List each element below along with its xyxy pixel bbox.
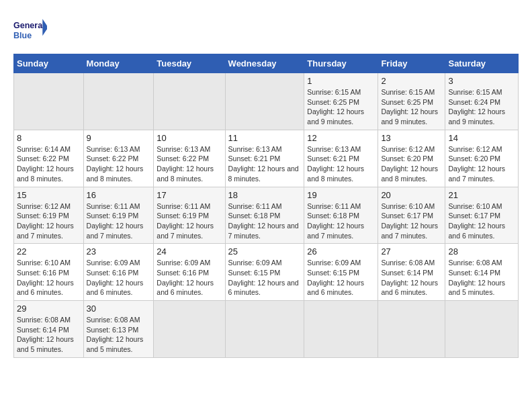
- day-number: 14: [448, 133, 515, 143]
- sunset-text: Sunset: 6:14 PM: [448, 269, 500, 277]
- daylight-text: Daylight: 12 hours and 6 minutes.: [448, 222, 505, 240]
- sunrise-text: Sunrise: 6:12 AM: [448, 145, 502, 153]
- sunrise-text: Sunrise: 6:13 AM: [157, 145, 210, 153]
- day-number: 1: [307, 76, 375, 86]
- day-cell-13: 13 Sunrise: 6:12 AM Sunset: 6:20 PM Dayl…: [378, 130, 445, 187]
- day-number: 3: [448, 76, 515, 86]
- sunset-text: Sunset: 6:20 PM: [448, 154, 500, 163]
- weekday-header-thursday: Thursday: [304, 54, 378, 73]
- daylight-text: Daylight: 12 hours and 7 minutes.: [17, 222, 74, 240]
- empty-cell: [154, 301, 225, 358]
- day-info: Sunrise: 6:10 AM Sunset: 6:17 PM Dayligh…: [381, 201, 442, 241]
- day-number: 11: [228, 133, 302, 143]
- logo-svg: General Blue: [13, 13, 47, 47]
- day-cell-14: 14 Sunrise: 6:12 AM Sunset: 6:20 PM Dayl…: [445, 130, 519, 187]
- day-info: Sunrise: 6:12 AM Sunset: 6:19 PM Dayligh…: [17, 201, 81, 241]
- day-number: 26: [307, 246, 375, 257]
- daylight-text: Daylight: 12 hours and 7 minutes.: [87, 222, 144, 240]
- day-number: 22: [17, 246, 81, 257]
- weekday-header-wednesday: Wednesday: [225, 54, 304, 73]
- day-cell-16: 16 Sunrise: 6:11 AM Sunset: 6:19 PM Dayl…: [83, 187, 154, 244]
- day-cell-2: 2 Sunrise: 6:15 AM Sunset: 6:25 PM Dayli…: [378, 73, 445, 130]
- day-cell-21: 21 Sunrise: 6:10 AM Sunset: 6:17 PM Dayl…: [445, 187, 519, 244]
- svg-text:Blue: Blue: [13, 32, 32, 41]
- day-number: 8: [17, 133, 81, 143]
- sunset-text: Sunset: 6:18 PM: [228, 212, 281, 220]
- daylight-text: Daylight: 12 hours and 7 minutes.: [228, 222, 299, 240]
- day-info: Sunrise: 6:11 AM Sunset: 6:19 PM Dayligh…: [87, 201, 151, 241]
- day-cell-25: 25 Sunrise: 6:09 AM Sunset: 6:15 PM Dayl…: [225, 244, 304, 301]
- day-number: 23: [87, 246, 151, 257]
- sunrise-text: Sunrise: 6:11 AM: [157, 202, 210, 210]
- weekday-header-sunday: Sunday: [14, 54, 84, 73]
- day-number: 27: [381, 246, 442, 257]
- daylight-text: Daylight: 12 hours and 7 minutes.: [448, 165, 505, 183]
- sunrise-text: Sunrise: 6:11 AM: [228, 202, 282, 210]
- svg-marker-2: [42, 19, 47, 36]
- day-info: Sunrise: 6:11 AM Sunset: 6:19 PM Dayligh…: [157, 201, 222, 241]
- day-info: Sunrise: 6:15 AM Sunset: 6:25 PM Dayligh…: [381, 87, 442, 127]
- sunset-text: Sunset: 6:19 PM: [87, 212, 139, 220]
- sunrise-text: Sunrise: 6:08 AM: [87, 316, 140, 324]
- sunrise-text: Sunrise: 6:08 AM: [17, 316, 71, 324]
- day-info: Sunrise: 6:13 AM Sunset: 6:21 PM Dayligh…: [228, 144, 302, 184]
- page-header: General Blue: [13, 13, 519, 47]
- sunrise-text: Sunrise: 6:14 AM: [17, 145, 71, 153]
- sunset-text: Sunset: 6:24 PM: [448, 98, 500, 106]
- day-number: 28: [448, 246, 515, 257]
- day-info: Sunrise: 6:09 AM Sunset: 6:16 PM Dayligh…: [157, 258, 222, 298]
- daylight-text: Daylight: 12 hours and 9 minutes.: [381, 107, 438, 126]
- sunrise-text: Sunrise: 6:09 AM: [307, 259, 361, 267]
- day-info: Sunrise: 6:15 AM Sunset: 6:25 PM Dayligh…: [307, 87, 375, 127]
- sunrise-text: Sunrise: 6:08 AM: [448, 259, 502, 267]
- daylight-text: Daylight: 12 hours and 8 minutes.: [17, 165, 74, 183]
- day-cell-20: 20 Sunrise: 6:10 AM Sunset: 6:17 PM Dayl…: [378, 187, 445, 244]
- empty-cell: [304, 301, 378, 358]
- day-info: Sunrise: 6:14 AM Sunset: 6:22 PM Dayligh…: [17, 144, 81, 184]
- sunrise-text: Sunrise: 6:13 AM: [228, 145, 282, 153]
- day-info: Sunrise: 6:10 AM Sunset: 6:16 PM Dayligh…: [17, 258, 81, 298]
- day-number: 15: [17, 190, 81, 200]
- sunset-text: Sunset: 6:16 PM: [17, 269, 69, 277]
- empty-cell: [83, 73, 154, 130]
- day-number: 24: [157, 246, 222, 257]
- sunset-text: Sunset: 6:14 PM: [381, 269, 433, 277]
- daylight-text: Daylight: 12 hours and 6 minutes.: [228, 279, 299, 297]
- day-info: Sunrise: 6:10 AM Sunset: 6:17 PM Dayligh…: [448, 201, 515, 241]
- day-number: 9: [87, 133, 151, 143]
- day-info: Sunrise: 6:08 AM Sunset: 6:14 PM Dayligh…: [381, 258, 442, 298]
- day-number: 16: [87, 190, 151, 200]
- sunset-text: Sunset: 6:15 PM: [228, 269, 281, 277]
- day-cell-12: 12 Sunrise: 6:13 AM Sunset: 6:21 PM Dayl…: [304, 130, 378, 187]
- sunset-text: Sunset: 6:22 PM: [157, 154, 209, 163]
- day-number: 18: [228, 190, 302, 200]
- daylight-text: Daylight: 12 hours and 8 minutes.: [228, 165, 299, 183]
- day-info: Sunrise: 6:09 AM Sunset: 6:15 PM Dayligh…: [228, 258, 302, 298]
- day-cell-18: 18 Sunrise: 6:11 AM Sunset: 6:18 PM Dayl…: [225, 187, 304, 244]
- sunset-text: Sunset: 6:14 PM: [17, 326, 69, 334]
- sunrise-text: Sunrise: 6:13 AM: [307, 145, 361, 153]
- sunrise-text: Sunrise: 6:10 AM: [17, 259, 71, 267]
- day-cell-29: 29 Sunrise: 6:08 AM Sunset: 6:14 PM Dayl…: [14, 301, 84, 358]
- sunrise-text: Sunrise: 6:10 AM: [448, 202, 502, 210]
- sunrise-text: Sunrise: 6:12 AM: [17, 202, 71, 210]
- daylight-text: Daylight: 12 hours and 9 minutes.: [307, 107, 364, 126]
- day-cell-22: 22 Sunrise: 6:10 AM Sunset: 6:16 PM Dayl…: [14, 244, 84, 301]
- day-info: Sunrise: 6:08 AM Sunset: 6:13 PM Dayligh…: [87, 315, 151, 355]
- empty-cell: [445, 301, 519, 358]
- sunset-text: Sunset: 6:17 PM: [448, 212, 500, 220]
- day-info: Sunrise: 6:12 AM Sunset: 6:20 PM Dayligh…: [381, 144, 442, 184]
- daylight-text: Daylight: 12 hours and 5 minutes.: [17, 335, 74, 353]
- day-info: Sunrise: 6:11 AM Sunset: 6:18 PM Dayligh…: [307, 201, 375, 241]
- weekday-header-tuesday: Tuesday: [154, 54, 225, 73]
- sunrise-text: Sunrise: 6:09 AM: [157, 259, 210, 267]
- sunrise-text: Sunrise: 6:09 AM: [87, 259, 140, 267]
- day-cell-30: 30 Sunrise: 6:08 AM Sunset: 6:13 PM Dayl…: [83, 301, 154, 358]
- calendar-table: SundayMondayTuesdayWednesdayThursdayFrid…: [13, 54, 519, 358]
- day-cell-24: 24 Sunrise: 6:09 AM Sunset: 6:16 PM Dayl…: [154, 244, 225, 301]
- sunrise-text: Sunrise: 6:09 AM: [228, 259, 282, 267]
- day-cell-9: 9 Sunrise: 6:13 AM Sunset: 6:22 PM Dayli…: [83, 130, 154, 187]
- daylight-text: Daylight: 12 hours and 6 minutes.: [381, 279, 438, 297]
- empty-cell: [225, 73, 304, 130]
- sunset-text: Sunset: 6:19 PM: [17, 212, 69, 220]
